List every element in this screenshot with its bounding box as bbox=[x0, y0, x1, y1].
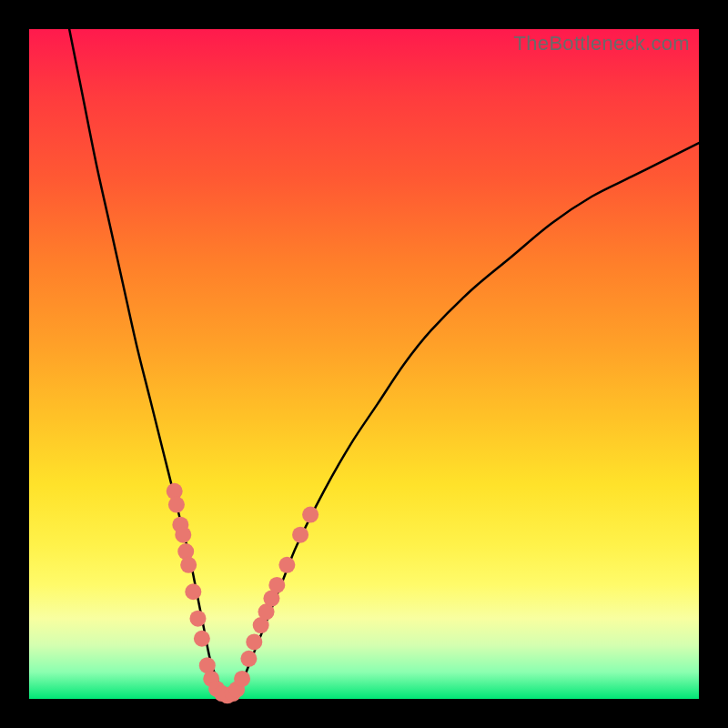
highlighted-point bbox=[185, 583, 201, 600]
highlighted-point bbox=[302, 507, 318, 523]
highlighted-point bbox=[268, 577, 285, 593]
highlighted-point bbox=[234, 671, 250, 687]
highlighted-point bbox=[278, 557, 295, 573]
chart-overlay bbox=[29, 29, 699, 699]
highlighted-point bbox=[175, 527, 191, 543]
highlighted-point bbox=[246, 633, 262, 650]
highlighted-point bbox=[194, 631, 210, 647]
plot-area: TheBottleneck.com bbox=[29, 29, 699, 699]
highlighted-points-group bbox=[167, 483, 318, 703]
chart-frame: TheBottleneck.com bbox=[0, 0, 728, 728]
bottleneck-curve bbox=[69, 29, 699, 699]
highlighted-point bbox=[180, 557, 197, 573]
highlighted-point bbox=[292, 527, 308, 543]
highlighted-point bbox=[168, 497, 185, 513]
highlighted-point bbox=[189, 611, 206, 627]
highlighted-point bbox=[240, 651, 257, 667]
